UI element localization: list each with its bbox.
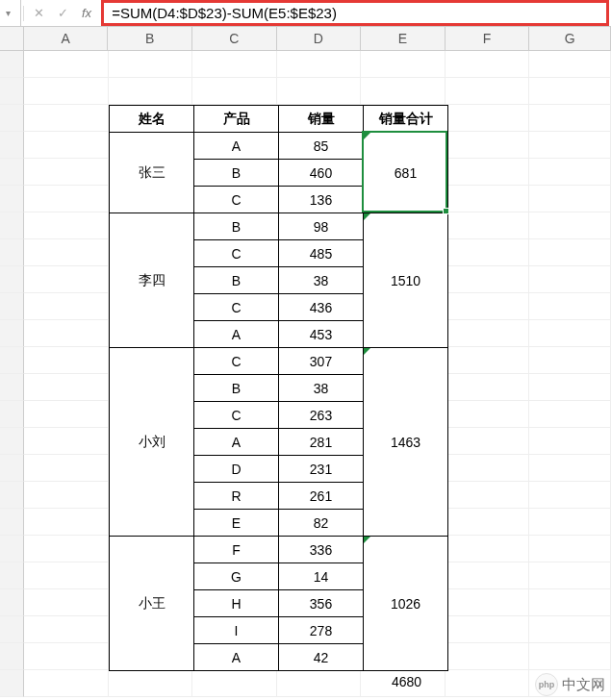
row-header[interactable] [0,132,24,159]
cell[interactable] [446,589,530,616]
row-header[interactable] [0,266,24,293]
cell[interactable] [446,670,530,697]
cell[interactable] [277,51,362,78]
row-header[interactable] [0,401,24,428]
cell[interactable] [529,105,611,132]
fx-label[interactable]: fx [78,6,95,20]
confirm-icon[interactable]: ✓ [54,4,72,22]
cell[interactable] [529,293,611,320]
row-header[interactable] [0,616,24,643]
cell[interactable] [277,670,362,697]
row-header[interactable] [0,347,24,374]
cell[interactable] [529,186,611,212]
cell[interactable] [529,455,611,482]
cell[interactable] [24,616,109,643]
row-header[interactable] [0,51,24,78]
cell[interactable] [361,51,446,78]
cell[interactable] [529,78,611,105]
cell[interactable] [446,643,530,670]
cell[interactable] [24,509,109,536]
cell[interactable] [24,51,109,78]
row-header[interactable] [0,78,24,105]
cell[interactable] [529,401,611,428]
row-header[interactable] [0,105,24,132]
col-header-F[interactable]: F [446,27,530,50]
cell[interactable] [361,78,446,105]
cell[interactable] [446,509,530,536]
cell[interactable] [446,132,530,159]
cell[interactable] [24,212,109,239]
cell[interactable] [24,320,109,347]
cell[interactable] [446,51,530,78]
cell[interactable] [446,374,530,401]
cell[interactable] [529,536,611,562]
cell[interactable] [24,401,109,428]
row-header[interactable] [0,239,24,266]
cell[interactable] [446,536,530,562]
cell[interactable] [446,347,530,374]
cell[interactable] [446,186,530,212]
row-header[interactable] [0,670,24,697]
cell[interactable] [24,132,109,159]
col-header-G[interactable]: G [529,27,611,50]
row-header[interactable] [0,482,24,509]
row-header[interactable] [0,374,24,401]
col-header-E[interactable]: E [361,27,446,50]
cell[interactable] [192,670,277,697]
cell[interactable] [529,347,611,374]
cell[interactable] [446,320,530,347]
row-header[interactable] [0,159,24,186]
cell[interactable] [24,562,109,589]
cell[interactable] [529,320,611,347]
cell[interactable] [24,293,109,320]
col-header-A[interactable]: A [24,27,109,50]
row-header[interactable] [0,455,24,482]
cell[interactable] [529,212,611,239]
row-header[interactable] [0,589,24,616]
select-all-corner[interactable] [0,27,24,50]
cell[interactable] [24,78,109,105]
formula-input[interactable]: =SUM(D4:$D$23)-SUM(E5:$E$23) [104,5,344,21]
cell[interactable] [529,643,611,670]
cell[interactable] [529,589,611,616]
cell[interactable] [24,347,109,374]
cell[interactable] [192,51,277,78]
cell[interactable] [529,132,611,159]
row-header[interactable] [0,562,24,589]
cell[interactable] [192,78,277,105]
cell[interactable] [24,186,109,212]
cell[interactable] [529,51,611,78]
row-header[interactable] [0,509,24,536]
cell[interactable] [24,643,109,670]
cell[interactable] [109,78,193,105]
cell[interactable] [24,374,109,401]
cell[interactable] [24,670,109,697]
cell[interactable] [24,159,109,186]
cell[interactable] [529,266,611,293]
row-header[interactable] [0,293,24,320]
cell[interactable] [446,562,530,589]
cell[interactable] [529,482,611,509]
row-header[interactable] [0,643,24,670]
col-header-D[interactable]: D [277,27,362,50]
row-header[interactable] [0,212,24,239]
cell[interactable] [277,78,362,105]
cell[interactable] [24,266,109,293]
cell[interactable] [529,239,611,266]
cell[interactable] [529,562,611,589]
cell[interactable] [446,239,530,266]
cell[interactable] [24,482,109,509]
col-header-C[interactable]: C [192,27,277,50]
cell[interactable] [529,374,611,401]
cancel-icon[interactable]: ✕ [30,4,48,22]
cell[interactable] [446,482,530,509]
row-header[interactable] [0,320,24,347]
cell[interactable] [529,428,611,455]
cell[interactable] [446,212,530,239]
cell[interactable] [446,428,530,455]
cell[interactable] [446,266,530,293]
row-header[interactable] [0,536,24,562]
row-header[interactable] [0,428,24,455]
cell[interactable] [24,589,109,616]
cell[interactable] [24,455,109,482]
